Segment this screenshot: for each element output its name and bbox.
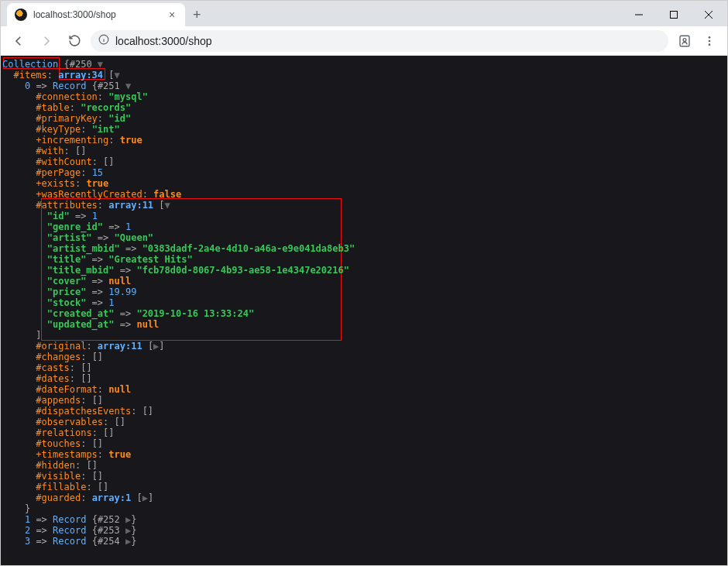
tab-close-icon[interactable]: × [167, 9, 177, 20]
url-text: localhost:3000/shop [115, 35, 212, 47]
reload-button[interactable] [63, 29, 86, 53]
window-controls [621, 3, 727, 26]
svg-point-10 [709, 39, 711, 42]
favicon [15, 9, 27, 21]
back-button[interactable] [7, 29, 30, 53]
tab-title: localhost:3000/shop [33, 9, 116, 20]
new-tab-button[interactable]: + [185, 7, 209, 26]
site-info-icon[interactable] [98, 34, 109, 47]
svg-line-3 [705, 11, 713, 19]
menu-icon[interactable] [698, 29, 721, 53]
svg-rect-1 [670, 12, 677, 19]
page-content[interactable]: Collection {#250 ▼ #items: array:34 [▼ 0… [1, 56, 727, 565]
svg-point-9 [709, 36, 711, 39]
address-bar: localhost:3000/shop [1, 26, 727, 56]
var-dump: Collection {#250 ▼ #items: array:34 [▼ 0… [2, 59, 726, 547]
close-window-button[interactable] [691, 3, 726, 26]
minimize-button[interactable] [621, 3, 656, 26]
svg-point-11 [709, 43, 711, 46]
url-input[interactable]: localhost:3000/shop [91, 30, 668, 52]
maximize-button[interactable] [656, 3, 691, 26]
account-icon[interactable] [673, 29, 696, 53]
titlebar: localhost:3000/shop × + [1, 1, 727, 26]
svg-line-2 [705, 11, 713, 19]
svg-point-8 [683, 38, 686, 41]
browser-tab[interactable]: localhost:3000/shop × [7, 3, 185, 26]
forward-button[interactable] [35, 29, 58, 53]
browser-window: localhost:3000/shop × + [0, 0, 728, 566]
